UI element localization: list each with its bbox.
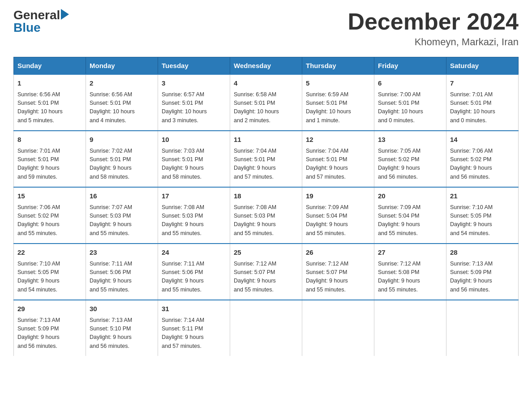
day-number: 10 xyxy=(162,135,226,145)
logo-blue-text: Blue xyxy=(13,21,41,34)
day-number: 12 xyxy=(306,135,370,145)
calendar-cell: 10Sunrise: 7:03 AM Sunset: 5:01 PM Dayli… xyxy=(158,131,230,187)
day-number: 3 xyxy=(162,78,226,89)
calendar-cell: 22Sunrise: 7:10 AM Sunset: 5:05 PM Dayli… xyxy=(14,244,86,300)
day-info: Sunrise: 7:07 AM Sunset: 5:03 PM Dayligh… xyxy=(90,203,154,238)
title-block: December 2024 Khomeyn, Markazi, Iran xyxy=(348,9,519,48)
calendar-day-header: Friday xyxy=(374,57,446,75)
calendar-cell: 1Sunrise: 6:56 AM Sunset: 5:01 PM Daylig… xyxy=(14,74,86,131)
day-info: Sunrise: 7:04 AM Sunset: 5:01 PM Dayligh… xyxy=(234,147,298,182)
calendar-cell: 29Sunrise: 7:13 AM Sunset: 5:09 PM Dayli… xyxy=(14,300,86,356)
calendar-cell xyxy=(374,300,446,356)
calendar-cell: 25Sunrise: 7:12 AM Sunset: 5:07 PM Dayli… xyxy=(230,244,302,300)
calendar-cell: 2Sunrise: 6:56 AM Sunset: 5:01 PM Daylig… xyxy=(86,74,158,131)
day-number: 24 xyxy=(162,248,226,258)
day-number: 18 xyxy=(234,191,298,201)
day-info: Sunrise: 7:01 AM Sunset: 5:01 PM Dayligh… xyxy=(450,90,515,125)
calendar-week-row: 22Sunrise: 7:10 AM Sunset: 5:05 PM Dayli… xyxy=(14,244,519,300)
day-info: Sunrise: 7:08 AM Sunset: 5:03 PM Dayligh… xyxy=(234,203,298,238)
day-info: Sunrise: 7:13 AM Sunset: 5:10 PM Dayligh… xyxy=(90,316,154,351)
calendar-cell xyxy=(230,300,302,356)
day-number: 16 xyxy=(90,191,154,201)
day-number: 15 xyxy=(17,191,82,201)
day-number: 8 xyxy=(17,135,82,145)
logo-general-text: General xyxy=(13,9,60,21)
day-info: Sunrise: 6:58 AM Sunset: 5:01 PM Dayligh… xyxy=(234,90,298,125)
day-info: Sunrise: 7:09 AM Sunset: 5:04 PM Dayligh… xyxy=(378,203,442,238)
day-info: Sunrise: 7:09 AM Sunset: 5:04 PM Dayligh… xyxy=(306,203,370,238)
calendar-cell xyxy=(446,300,519,356)
day-info: Sunrise: 7:12 AM Sunset: 5:07 PM Dayligh… xyxy=(234,260,298,295)
calendar-week-row: 15Sunrise: 7:06 AM Sunset: 5:02 PM Dayli… xyxy=(14,187,519,244)
calendar-cell: 5Sunrise: 6:59 AM Sunset: 5:01 PM Daylig… xyxy=(302,74,374,131)
day-number: 9 xyxy=(90,135,154,145)
day-number: 31 xyxy=(162,304,226,314)
day-number: 1 xyxy=(17,78,82,89)
calendar-day-header: Tuesday xyxy=(158,57,230,75)
day-number: 11 xyxy=(234,135,298,145)
calendar-week-row: 1Sunrise: 6:56 AM Sunset: 5:01 PM Daylig… xyxy=(14,74,519,131)
calendar-header: SundayMondayTuesdayWednesdayThursdayFrid… xyxy=(14,57,519,75)
day-info: Sunrise: 7:02 AM Sunset: 5:01 PM Dayligh… xyxy=(90,147,154,182)
day-info: Sunrise: 7:13 AM Sunset: 5:09 PM Dayligh… xyxy=(17,316,82,351)
calendar-day-header: Sunday xyxy=(14,57,86,75)
calendar-body: 1Sunrise: 6:56 AM Sunset: 5:01 PM Daylig… xyxy=(14,74,519,356)
day-number: 7 xyxy=(450,78,515,89)
day-info: Sunrise: 7:10 AM Sunset: 5:05 PM Dayligh… xyxy=(17,260,82,295)
calendar-day-header: Saturday xyxy=(446,57,519,75)
calendar-cell: 14Sunrise: 7:06 AM Sunset: 5:02 PM Dayli… xyxy=(446,131,519,187)
month-title: December 2024 xyxy=(348,9,519,34)
calendar-cell: 7Sunrise: 7:01 AM Sunset: 5:01 PM Daylig… xyxy=(446,74,519,131)
calendar-cell: 8Sunrise: 7:01 AM Sunset: 5:01 PM Daylig… xyxy=(14,131,86,187)
day-info: Sunrise: 7:10 AM Sunset: 5:05 PM Dayligh… xyxy=(450,203,515,238)
calendar-week-row: 8Sunrise: 7:01 AM Sunset: 5:01 PM Daylig… xyxy=(14,131,519,187)
day-number: 21 xyxy=(450,191,515,201)
day-number: 27 xyxy=(378,248,442,258)
calendar-cell: 30Sunrise: 7:13 AM Sunset: 5:10 PM Dayli… xyxy=(86,300,158,356)
day-number: 5 xyxy=(306,78,370,89)
page-header: General Blue December 2024 Khomeyn, Mark… xyxy=(13,9,519,48)
day-number: 17 xyxy=(162,191,226,201)
calendar-cell: 31Sunrise: 7:14 AM Sunset: 5:11 PM Dayli… xyxy=(158,300,230,356)
calendar-cell: 4Sunrise: 6:58 AM Sunset: 5:01 PM Daylig… xyxy=(230,74,302,131)
calendar-cell: 26Sunrise: 7:12 AM Sunset: 5:07 PM Dayli… xyxy=(302,244,374,300)
calendar-cell: 6Sunrise: 7:00 AM Sunset: 5:01 PM Daylig… xyxy=(374,74,446,131)
calendar-cell: 28Sunrise: 7:13 AM Sunset: 5:09 PM Dayli… xyxy=(446,244,519,300)
calendar-cell: 23Sunrise: 7:11 AM Sunset: 5:06 PM Dayli… xyxy=(86,244,158,300)
day-info: Sunrise: 7:14 AM Sunset: 5:11 PM Dayligh… xyxy=(162,316,226,351)
day-info: Sunrise: 6:56 AM Sunset: 5:01 PM Dayligh… xyxy=(17,90,82,125)
day-number: 13 xyxy=(378,135,442,145)
day-info: Sunrise: 7:01 AM Sunset: 5:01 PM Dayligh… xyxy=(17,147,82,182)
logo: General Blue xyxy=(13,9,73,34)
day-info: Sunrise: 7:12 AM Sunset: 5:08 PM Dayligh… xyxy=(378,260,442,295)
calendar-table: SundayMondayTuesdayWednesdayThursdayFrid… xyxy=(13,57,519,356)
day-info: Sunrise: 7:00 AM Sunset: 5:01 PM Dayligh… xyxy=(378,90,442,125)
calendar-cell: 27Sunrise: 7:12 AM Sunset: 5:08 PM Dayli… xyxy=(374,244,446,300)
day-number: 4 xyxy=(234,78,298,89)
calendar-cell xyxy=(302,300,374,356)
day-number: 2 xyxy=(90,78,154,89)
day-info: Sunrise: 7:06 AM Sunset: 5:02 PM Dayligh… xyxy=(17,203,82,238)
calendar-day-header: Thursday xyxy=(302,57,374,75)
day-number: 14 xyxy=(450,135,515,145)
day-info: Sunrise: 7:12 AM Sunset: 5:07 PM Dayligh… xyxy=(306,260,370,295)
day-info: Sunrise: 6:56 AM Sunset: 5:01 PM Dayligh… xyxy=(90,90,154,125)
day-number: 6 xyxy=(378,78,442,89)
day-number: 23 xyxy=(90,248,154,258)
calendar-cell: 13Sunrise: 7:05 AM Sunset: 5:02 PM Dayli… xyxy=(374,131,446,187)
calendar-cell: 21Sunrise: 7:10 AM Sunset: 5:05 PM Dayli… xyxy=(446,187,519,244)
logo-arrow-icon xyxy=(61,9,73,20)
calendar-cell: 18Sunrise: 7:08 AM Sunset: 5:03 PM Dayli… xyxy=(230,187,302,244)
day-number: 25 xyxy=(234,248,298,258)
calendar-cell: 19Sunrise: 7:09 AM Sunset: 5:04 PM Dayli… xyxy=(302,187,374,244)
calendar-cell: 16Sunrise: 7:07 AM Sunset: 5:03 PM Dayli… xyxy=(86,187,158,244)
day-info: Sunrise: 7:06 AM Sunset: 5:02 PM Dayligh… xyxy=(450,147,515,182)
day-number: 19 xyxy=(306,191,370,201)
day-info: Sunrise: 7:11 AM Sunset: 5:06 PM Dayligh… xyxy=(90,260,154,295)
calendar-cell: 9Sunrise: 7:02 AM Sunset: 5:01 PM Daylig… xyxy=(86,131,158,187)
calendar-cell: 24Sunrise: 7:11 AM Sunset: 5:06 PM Dayli… xyxy=(158,244,230,300)
day-number: 30 xyxy=(90,304,154,314)
day-number: 20 xyxy=(378,191,442,201)
calendar-cell: 15Sunrise: 7:06 AM Sunset: 5:02 PM Dayli… xyxy=(14,187,86,244)
day-info: Sunrise: 6:59 AM Sunset: 5:01 PM Dayligh… xyxy=(306,90,370,125)
